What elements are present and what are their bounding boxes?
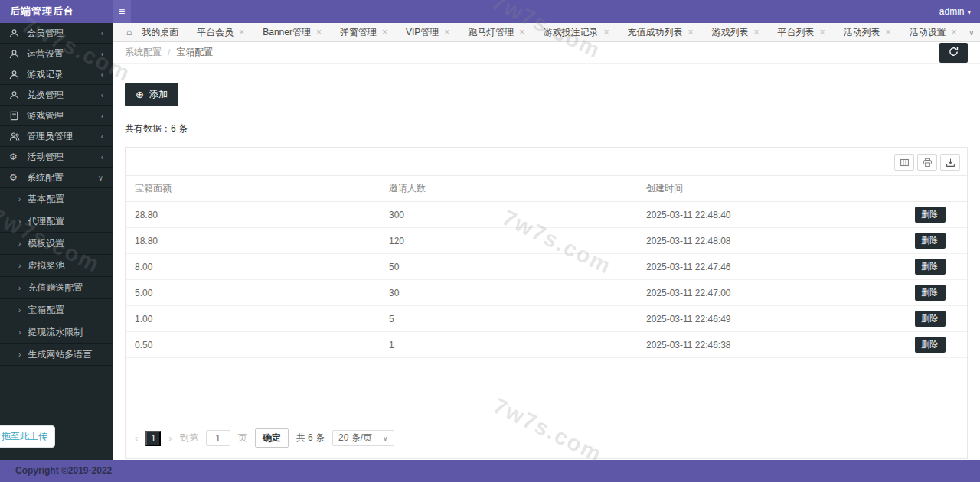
tab-label: 游戏列表 [711,26,748,39]
tab-vip[interactable]: VIP管理× [397,23,459,42]
refresh-icon [948,46,959,60]
delete-button[interactable]: 删除 [915,311,946,327]
tab-label: 平台会员 [197,26,234,39]
tab-activity-list[interactable]: 活动列表× [834,23,900,42]
tab-banner[interactable]: Banner管理× [253,23,331,42]
sidebar-subitem-multilanguage[interactable]: › 生成网站多语言 [0,344,113,366]
sidebar-item-members[interactable]: 会员管理 ‹ [0,23,113,44]
chevron-down-icon[interactable]: ∨ [963,23,980,42]
delete-button[interactable]: 删除 [915,337,946,353]
tab-game-list[interactable]: 游戏列表× [702,23,768,42]
goto-page-suffix: 页 [238,432,247,445]
user-menu[interactable]: admin▾ [939,0,971,24]
tab-label: 活动设置 [909,26,946,39]
tab-popup[interactable]: 弹窗管理× [331,23,397,42]
user-icon [9,49,21,59]
refresh-button[interactable] [939,43,968,63]
close-icon[interactable]: × [885,27,890,37]
sidebar-subitem-label: 生成网站多语言 [28,348,92,361]
drag-upload-button[interactable]: 拖至此上传 [0,425,55,448]
delete-button[interactable]: 删除 [915,207,946,223]
cell-invites: 50 [380,254,637,280]
delete-button[interactable]: 删除 [915,285,946,301]
gear-icon: ⚙ [9,172,21,183]
tab-home[interactable]: ⌂ 我的桌面 [117,23,188,42]
cell-created: 2025-03-11 22:47:46 [637,254,893,280]
print-icon[interactable] [917,154,937,171]
cell-amount: 1.00 [126,306,380,332]
sidebar-item-exchange[interactable]: 兑换管理 ‹ [0,85,113,106]
tab-label: VIP管理 [406,26,439,39]
next-page-icon[interactable]: › [168,432,172,444]
sidebar-subitem-label: 充值赠送配置 [28,282,83,295]
close-icon[interactable]: × [603,27,609,37]
tab-platform-members[interactable]: 平台会员× [188,23,253,42]
page-size-select[interactable]: 20 条/页 ∨ [332,430,394,446]
close-icon[interactable]: × [239,27,244,37]
add-button[interactable]: ⊕ 添加 [125,83,178,106]
tab-recharge-success[interactable]: 充值成功列表× [618,23,702,42]
sidebar-item-activity-management[interactable]: ⚙ 活动管理 ‹ [0,147,113,168]
tab-label: 游戏投注记录 [543,26,598,39]
breadcrumb-parent[interactable]: 系统配置 [125,46,162,59]
add-button-label: 添加 [149,88,168,101]
sidebar-item-label: 会员管理 [27,27,64,40]
column-header-invites: 邀请人数 [380,176,637,202]
delete-button[interactable]: 删除 [915,233,946,249]
record-count-text: 共有数据：6 条 [125,122,968,135]
page-1-button[interactable]: 1 [145,431,161,446]
prev-page-icon[interactable]: ‹ [135,432,138,444]
export-icon[interactable] [940,154,960,171]
close-icon[interactable]: × [819,27,825,37]
sidebar-subitem-recharge-bonus[interactable]: › 充值赠送配置 [0,277,113,299]
tab-marquee[interactable]: 跑马灯管理× [459,23,534,42]
cell-amount: 8.00 [126,254,380,280]
close-icon[interactable]: × [688,27,693,37]
close-icon[interactable]: × [316,27,322,37]
tab-bet-records[interactable]: 游戏投注记录× [534,23,618,42]
sidebar-subitem-template-settings[interactable]: › 模板设置 [0,233,113,255]
sidebar-item-admin-management[interactable]: 管理员管理 ‹ [0,126,113,147]
cell-created: 2025-03-11 22:48:40 [637,202,893,228]
tab-activity-settings[interactable]: 活动设置× [900,23,965,42]
close-icon[interactable]: × [444,27,449,37]
confirm-button[interactable]: 确定 [255,428,289,448]
column-header-created: 创建时间 [637,176,893,202]
copyright-text: Copyright ©2019-2022 [0,460,112,482]
hamburger-icon[interactable]: ≡ [113,0,131,23]
sidebar-subitem-label: 虚拟奖池 [28,259,64,272]
cell-amount: 0.50 [126,332,380,358]
sidebar-item-label: 游戏管理 [27,109,64,122]
home-icon: ⌂ [126,27,132,37]
sidebar-item-system-config[interactable]: ⚙ 系统配置 ∨ [0,168,113,188]
sidebar-item-operations[interactable]: 运营设置 ‹ [0,44,113,64]
topbar: 后端管理后台 ≡ admin▾ [0,0,980,23]
sidebar-item-game-management[interactable]: 游戏管理 ‹ [0,106,113,126]
content: ⊕ 添加 共有数据：6 条 宝箱面额 邀请人数 创建时间 [113,64,980,459]
tab-label: 平台列表 [777,26,814,39]
goto-page-input[interactable] [206,430,230,446]
sidebar-subitem-basic-config[interactable]: › 基本配置 [0,188,113,210]
delete-button[interactable]: 删除 [915,259,946,275]
tab-platform-list[interactable]: 平台列表× [768,23,834,42]
sidebar-subitem-label: 基本配置 [28,193,64,206]
goto-page-prefix: 到第 [180,432,198,445]
columns-icon[interactable] [894,154,914,171]
data-table: 宝箱面额 邀请人数 创建时间 28.80 300 2025-03-11 22:4… [126,175,967,358]
sidebar-subitem-virtual-pool[interactable]: › 虚拟奖池 [0,255,113,277]
breadcrumb-separator: / [168,47,170,58]
sidebar-subitem-agent-config[interactable]: › 代理配置 [0,210,113,233]
file-icon [9,111,21,121]
sidebar-item-label: 运营设置 [27,47,64,60]
sidebar-subitem-treasure-box-config[interactable]: › 宝箱配置 [0,299,113,321]
sidebar-item-game-records[interactable]: 游戏记录 ‹ [0,64,113,85]
tab-label: Banner管理 [263,26,311,39]
close-icon[interactable]: × [951,27,956,37]
tab-label: 活动列表 [843,26,880,39]
page-size-value: 20 条/页 [338,432,372,445]
close-icon[interactable]: × [382,27,387,37]
close-icon[interactable]: × [519,27,524,37]
table-row: 5.00 30 2025-03-11 22:47:00 删除 [126,280,967,306]
close-icon[interactable]: × [753,27,759,37]
sidebar-subitem-withdraw-limit[interactable]: › 提现流水限制 [0,321,113,344]
